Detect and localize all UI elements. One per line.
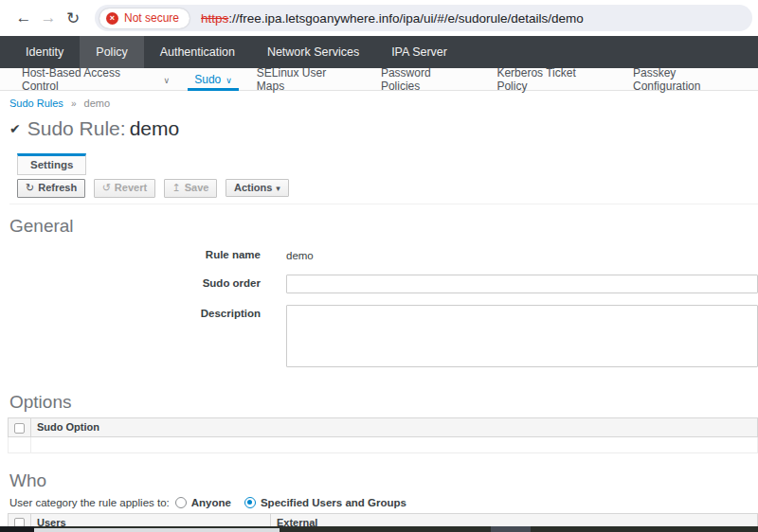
subnav-item-password-policies[interactable]: Password Policies <box>369 68 484 90</box>
page-title-prefix: Sudo Rule: <box>27 117 126 139</box>
subnav-item-kerberos[interactable]: Kerberos Ticket Policy <box>484 68 621 90</box>
revert-label: Revert <box>115 182 147 193</box>
save-icon: ↥ <box>172 182 181 193</box>
nav-item-policy[interactable]: Policy <box>80 36 143 68</box>
subnav-item-hbac[interactable]: Host-Based Access Control ∨ <box>9 68 182 90</box>
subnav-item-selinux[interactable]: SELinux User Maps <box>244 68 369 90</box>
url-text[interactable]: https://free.ipa.letsgoanywhere.info/ipa… <box>201 11 584 26</box>
subnav-item-label: Host-Based Access Control <box>22 66 159 93</box>
save-button[interactable]: ↥Save <box>164 179 218 198</box>
description-textarea[interactable] <box>286 305 758 367</box>
page-title-value: demo <box>130 117 180 139</box>
url-rest: ://free.ipa.letsgoanywhere.info/ipa/ui/#… <box>228 11 583 26</box>
sudo-order-row: Sudo order <box>9 275 758 293</box>
taskbar-strip <box>0 526 758 532</box>
taskbar-segment <box>0 526 34 532</box>
nav-item-network-services[interactable]: Network Services <box>251 36 375 68</box>
back-icon[interactable]: ← <box>11 9 36 27</box>
subnav-item-label: Sudo <box>194 73 221 86</box>
radio-anyone[interactable] <box>175 497 187 508</box>
rule-name-row: Rule name demo <box>9 246 758 263</box>
url-scheme: https <box>201 11 228 26</box>
not-secure-icon: × <box>106 12 118 25</box>
revert-icon: ↺ <box>102 182 111 193</box>
options-table: Sudo Option <box>8 417 758 453</box>
address-bar[interactable]: × Not secure https://free.ipa.letsgoanyw… <box>95 5 752 31</box>
reload-icon[interactable]: ↻ <box>61 9 85 28</box>
breadcrumb-link-sudo-rules[interactable]: Sudo Rules <box>9 98 63 109</box>
revert-button[interactable]: ↺Revert <box>94 179 155 198</box>
refresh-label: Refresh <box>38 182 77 193</box>
rule-name-label: Rule name <box>9 246 261 263</box>
breadcrumb-separator: » <box>71 98 77 109</box>
refresh-button[interactable]: ↻Refresh <box>17 179 85 198</box>
tab-settings[interactable]: Settings <box>17 153 86 175</box>
user-category-row: User category the rule applies to: Anyon… <box>9 497 758 508</box>
not-secure-badge[interactable]: × Not secure <box>99 9 190 28</box>
taskbar-segment <box>491 526 531 532</box>
refresh-icon: ↻ <box>26 182 34 193</box>
nav-item-identity[interactable]: Identity <box>9 36 80 68</box>
options-column-sudo-option: Sudo Option <box>31 418 758 437</box>
sudo-order-input[interactable] <box>286 275 758 293</box>
check-icon: ✔ <box>9 121 21 136</box>
breadcrumb: Sudo Rules » demo <box>9 98 758 109</box>
general-form: Rule name demo Sudo order Description <box>9 246 758 371</box>
breadcrumb-current: demo <box>84 98 111 109</box>
nav-item-authentication[interactable]: Authentication <box>144 36 251 68</box>
browser-toolbar: ← → ↻ × Not secure https://free.ipa.lets… <box>0 0 758 36</box>
options-select-all-checkbox[interactable] <box>14 423 25 434</box>
options-empty-row <box>9 436 758 452</box>
actions-button[interactable]: Actions▾ <box>226 179 289 197</box>
page-title: ✔Sudo Rule:demo <box>9 117 758 140</box>
rule-name-value: demo <box>286 247 314 261</box>
user-category-label: User category the rule applies to: <box>9 497 170 508</box>
not-secure-label: Not secure <box>124 11 179 25</box>
primary-nav: Identity Policy Authentication Network S… <box>0 36 758 68</box>
actions-label: Actions <box>234 182 272 193</box>
action-toolbar: ↻Refresh ↺Revert ↥Save Actions▾ <box>9 178 758 204</box>
caret-down-icon: ▾ <box>276 184 280 193</box>
save-label: Save <box>185 182 209 193</box>
radio-specified-users-label[interactable]: Specified Users and Groups <box>261 497 406 508</box>
chevron-down-icon: ∨ <box>226 76 232 85</box>
chevron-down-icon: ∨ <box>164 76 171 85</box>
main-content: Sudo Rules » demo ✔Sudo Rule:demo Settin… <box>0 98 758 532</box>
section-heading-general: General <box>9 216 758 237</box>
secondary-nav: Host-Based Access Control ∨ Sudo ∨ SELin… <box>0 68 758 91</box>
nav-item-ipa-server[interactable]: IPA Server <box>375 36 463 68</box>
subnav-item-sudo[interactable]: Sudo ∨ <box>182 68 244 90</box>
section-heading-who: Who <box>9 470 758 491</box>
facet-tabs: Settings <box>9 153 758 175</box>
section-heading-options: Options <box>9 392 758 413</box>
radio-anyone-label[interactable]: Anyone <box>191 497 231 508</box>
taskbar-segment <box>34 528 280 532</box>
description-row: Description <box>9 305 758 371</box>
radio-specified-users[interactable] <box>244 497 256 508</box>
sudo-order-label: Sudo order <box>9 275 261 293</box>
description-label: Description <box>9 305 261 371</box>
subnav-item-passkey[interactable]: Passkey Configuration <box>621 68 758 90</box>
forward-icon[interactable]: → <box>36 9 61 27</box>
options-header-row: Sudo Option <box>9 418 758 437</box>
